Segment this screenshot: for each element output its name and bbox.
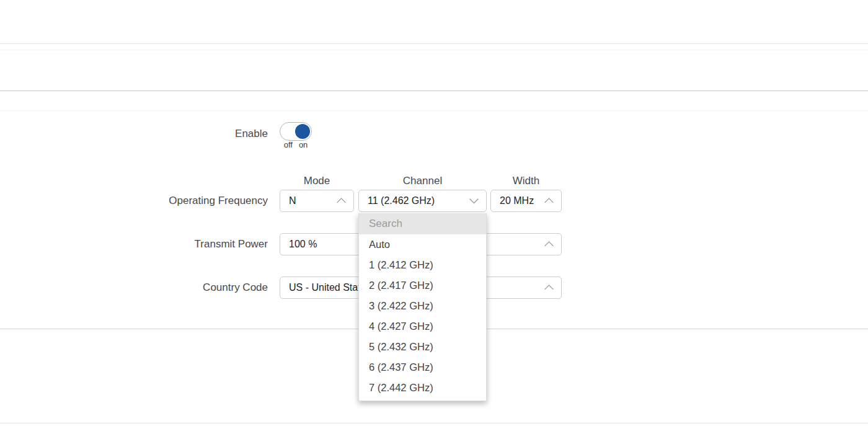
toggle-on-label: on — [299, 140, 308, 149]
width-select-value: 20 MHz — [500, 195, 534, 206]
enable-toggle[interactable] — [280, 122, 312, 141]
operating-frequency-label: Operating Frequency — [0, 194, 268, 208]
chevron-up-icon — [544, 241, 554, 251]
transmit-power-label: Transmit Power — [0, 237, 268, 251]
channel-search-row — [359, 213, 486, 234]
width-select[interactable]: 20 MHz — [490, 190, 562, 212]
divider — [0, 110, 868, 111]
mode-column-header: Mode — [280, 175, 354, 187]
channel-select-value: 11 (2.462 GHz) — [368, 195, 435, 206]
chevron-up-icon — [544, 198, 554, 208]
chevron-up-icon — [544, 285, 554, 294]
chevron-up-icon — [337, 198, 347, 208]
channel-search-input[interactable] — [359, 213, 486, 234]
channel-option-4[interactable]: 4 (2.427 GHz) — [359, 316, 486, 337]
toggle-state-labels: off on — [280, 140, 312, 149]
channel-option-2[interactable]: 2 (2.417 GHz) — [359, 275, 486, 296]
wireless-config-screen: Enable off on Mode Channel Width Operati… — [0, 0, 868, 434]
divider — [0, 91, 868, 91]
mode-select[interactable]: N — [280, 190, 354, 212]
transmit-power-value: 100 % — [289, 239, 317, 250]
divider — [0, 50, 868, 50]
channel-select[interactable]: 11 (2.462 GHz) — [358, 190, 487, 212]
channel-option-5[interactable]: 5 (2.432 GHz) — [359, 337, 486, 357]
channel-option-6[interactable]: 6 (2.437 GHz) — [359, 357, 486, 378]
channel-dropdown-panel: Auto 1 (2.412 GHz) 2 (2.417 GHz) 3 (2.42… — [358, 213, 487, 401]
enable-label: Enable — [0, 127, 268, 141]
divider — [0, 43, 868, 44]
channel-option-3[interactable]: 3 (2.422 GHz) — [359, 296, 486, 316]
channel-option-1[interactable]: 1 (2.412 GHz) — [359, 255, 486, 275]
country-code-label: Country Code — [0, 281, 268, 294]
width-column-header: Width — [490, 175, 562, 187]
mode-select-value: N — [289, 195, 296, 206]
channel-option-auto[interactable]: Auto — [359, 234, 486, 255]
toggle-knob-on — [295, 124, 310, 139]
channel-option-7[interactable]: 7 (2.442 GHz) — [359, 378, 486, 398]
channel-column-header: Channel — [358, 175, 487, 187]
divider — [0, 423, 868, 423]
chevron-down-icon — [469, 194, 479, 204]
toggle-off-label: off — [284, 140, 293, 149]
